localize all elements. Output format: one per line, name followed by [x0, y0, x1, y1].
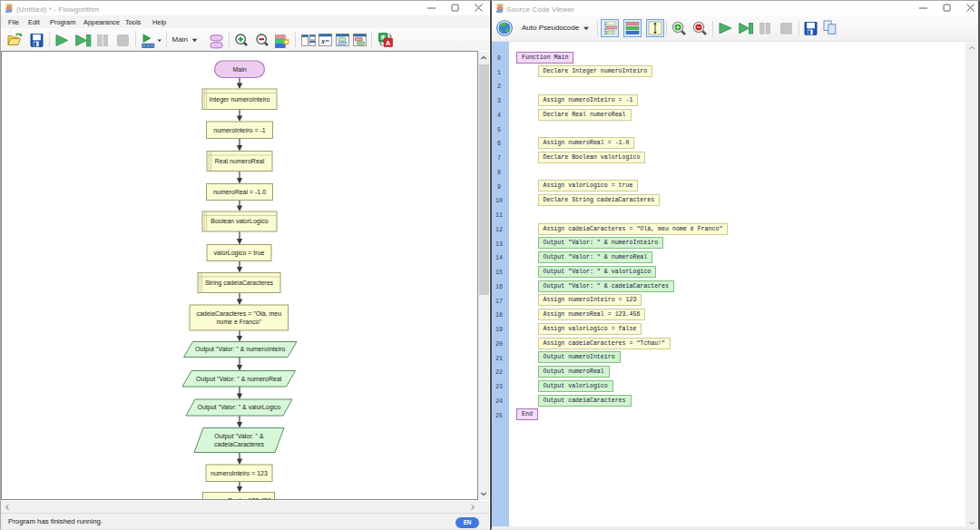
- svg-text:A: A: [386, 39, 391, 47]
- svg-text:Boolean valorLogico: Boolean valorLogico: [211, 218, 269, 225]
- svg-text:String cadeiaCaracteres: String cadeiaCaracteres: [205, 280, 274, 287]
- svg-text:Main: Main: [232, 66, 246, 73]
- svg-text:x=: x=: [320, 36, 329, 45]
- svg-text:cadeiaCaracteres = "Olá, meu: cadeiaCaracteres = "Olá, meu: [196, 310, 281, 317]
- svg-text:Output "Valor: " & numeroIntei: Output "Valor: " & numeroInteiro: [195, 346, 285, 353]
- svg-text:Output "Valor: " & numeroReal: Output "Valor: " & numeroReal: [196, 376, 282, 383]
- svg-text:Output "Valor: " & valorLogico: Output "Valor: " & valorLogico: [198, 404, 281, 411]
- svg-text:numeroInteiro = 123: numeroInteiro = 123: [211, 470, 268, 476]
- svg-text:numeroInteiro = -1: numeroInteiro = -1: [213, 127, 265, 133]
- svg-text:Output "Valor: " &: Output "Valor: " &: [214, 433, 264, 440]
- svg-text:numeroReal = -1.0: numeroReal = -1.0: [213, 189, 266, 195]
- svg-text:cadeiaCaracteres: cadeiaCaracteres: [214, 441, 264, 447]
- svg-text:valorLogico = true: valorLogico = true: [214, 250, 265, 257]
- svg-text:numeroReal = 123.456: numeroReal = 123.456: [206, 497, 271, 499]
- svg-text:Integer numeroInteiro: Integer numeroInteiro: [210, 96, 270, 103]
- svg-text:nome é Franco": nome é Franco": [216, 319, 261, 325]
- svg-text:Real numeroReal: Real numeroReal: [215, 158, 265, 164]
